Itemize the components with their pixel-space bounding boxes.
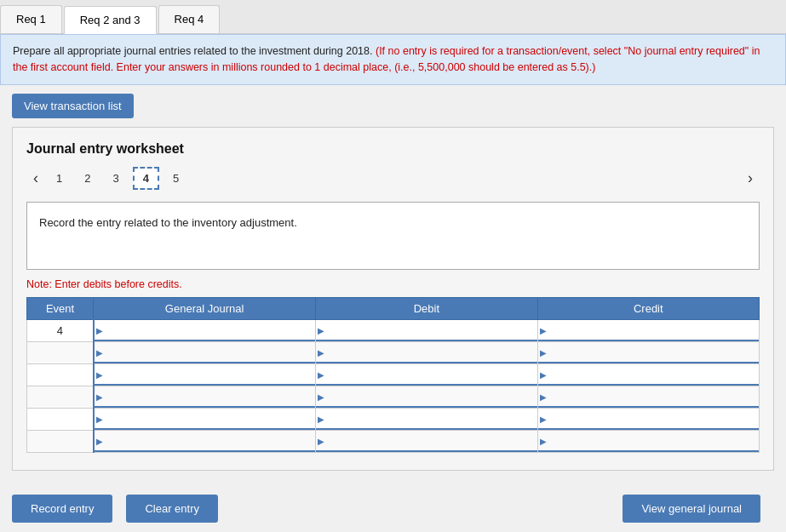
debit-input-2[interactable] — [316, 364, 536, 386]
col-event: Event — [27, 297, 94, 319]
next-page-arrow[interactable]: › — [741, 168, 760, 189]
event-cell-0: 4 — [27, 319, 94, 341]
clear-entry-button[interactable]: Clear entry — [126, 495, 218, 523]
credit-input-0[interactable] — [538, 320, 759, 341]
page-5[interactable]: 5 — [164, 169, 187, 188]
credit-input-2[interactable] — [538, 364, 759, 386]
credit-cell-3[interactable] — [537, 386, 759, 408]
debit-input-3[interactable] — [316, 386, 536, 408]
view-transaction-btn[interactable]: View transaction list — [12, 94, 134, 118]
note-text: Note: Enter debits before credits. — [26, 278, 760, 290]
worksheet-title: Journal entry worksheet — [26, 141, 760, 157]
journal-table: Event General Journal Debit Credit 4 — [26, 297, 760, 453]
col-credit: Credit — [537, 297, 759, 319]
credit-input-5[interactable] — [538, 431, 759, 452]
view-transaction-area: View transaction list — [0, 85, 786, 127]
credit-cell-1[interactable] — [537, 341, 759, 363]
credit-input-4[interactable] — [538, 409, 759, 430]
journal-input-2[interactable] — [95, 364, 316, 386]
debit-cell-0[interactable] — [316, 319, 537, 341]
debit-cell-5[interactable] — [316, 430, 537, 452]
debit-cell-3[interactable] — [316, 386, 537, 408]
journal-cell-5[interactable] — [94, 430, 316, 452]
credit-cell-4[interactable] — [537, 408, 759, 430]
journal-input-5[interactable] — [95, 431, 316, 452]
record-entry-button[interactable]: Record entry — [12, 495, 112, 523]
table-row — [27, 363, 760, 386]
entry-description: Record the entry related to the inventor… — [26, 202, 760, 270]
instructions-banner: Prepare all appropriate journal entries … — [0, 34, 786, 85]
page-2[interactable]: 2 — [76, 169, 99, 188]
tab-req4[interactable]: Req 4 — [158, 5, 221, 33]
tab-req1[interactable]: Req 1 — [0, 5, 62, 33]
tab-req2and3[interactable]: Req 2 and 3 — [64, 6, 157, 34]
prev-page-arrow[interactable]: ‹ — [26, 168, 45, 189]
table-row — [27, 386, 760, 408]
table-row: 4 — [27, 319, 760, 341]
credit-cell-0[interactable] — [537, 319, 759, 341]
debit-input-0[interactable] — [316, 320, 536, 341]
debit-cell-2[interactable] — [316, 363, 537, 386]
journal-cell-2[interactable] — [94, 363, 316, 386]
debit-cell-1[interactable] — [316, 341, 537, 363]
event-cell-2 — [27, 363, 94, 386]
journal-cell-3[interactable] — [94, 386, 316, 408]
journal-input-1[interactable] — [95, 342, 316, 363]
tabs-bar: Req 1 Req 2 and 3 Req 4 — [0, 0, 786, 34]
journal-input-4[interactable] — [95, 409, 316, 430]
credit-input-1[interactable] — [538, 342, 759, 363]
page-4[interactable]: 4 — [133, 167, 159, 190]
bottom-buttons-area: Record entry Clear entry View general jo… — [0, 483, 786, 523]
debit-cell-4[interactable] — [316, 408, 537, 430]
debit-input-5[interactable] — [316, 431, 536, 452]
event-cell-3 — [27, 386, 94, 408]
table-row — [27, 430, 760, 452]
journal-input-0[interactable] — [95, 320, 316, 341]
credit-cell-2[interactable] — [537, 363, 759, 386]
pagination: ‹ 1 2 3 4 5 › — [26, 167, 760, 190]
event-cell-1 — [27, 341, 94, 363]
journal-cell-4[interactable] — [94, 408, 316, 430]
debit-input-4[interactable] — [316, 409, 536, 430]
debit-input-1[interactable] — [316, 342, 536, 363]
page-3[interactable]: 3 — [104, 169, 127, 188]
journal-cell-0[interactable] — [94, 319, 316, 341]
worksheet-container: Journal entry worksheet ‹ 1 2 3 4 5 › Re… — [12, 127, 774, 471]
view-general-journal-button[interactable]: View general journal — [622, 495, 760, 523]
event-cell-5 — [27, 430, 94, 452]
col-general-journal: General Journal — [94, 297, 316, 319]
event-cell-4 — [27, 408, 94, 430]
credit-input-3[interactable] — [538, 386, 759, 408]
table-row — [27, 408, 760, 430]
page-1[interactable]: 1 — [48, 169, 71, 188]
credit-cell-5[interactable] — [537, 430, 759, 452]
col-debit: Debit — [316, 297, 537, 319]
table-row — [27, 341, 760, 363]
journal-cell-1[interactable] — [94, 341, 316, 363]
instructions-main: Prepare all appropriate journal entries … — [13, 45, 372, 57]
journal-input-3[interactable] — [95, 386, 316, 408]
